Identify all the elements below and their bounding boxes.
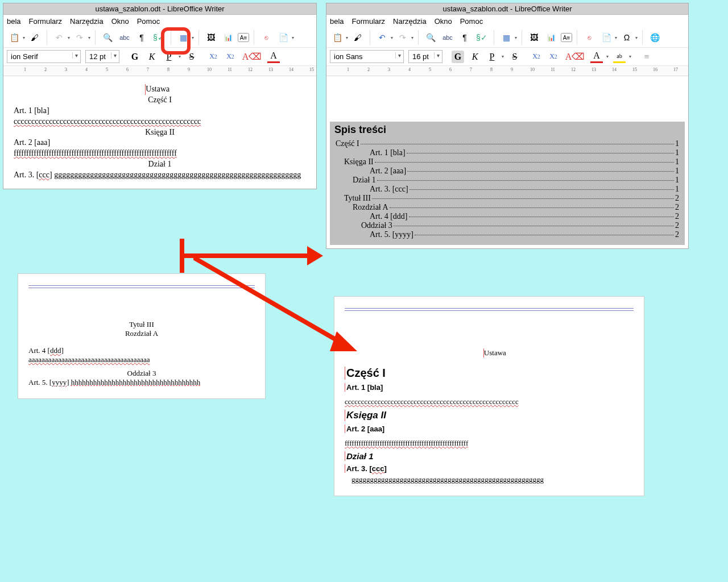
chart-icon[interactable]: 📊: [544, 30, 559, 45]
menu-pomoc[interactable]: Pomoc: [460, 17, 483, 26]
field-icon[interactable]: 📄: [276, 30, 291, 45]
ruler: 123456789101112131415161718: [326, 66, 688, 76]
toc-row[interactable]: Art. 2 [aaa]1: [336, 167, 679, 176]
clone-format-icon[interactable]: 🖌: [27, 30, 42, 45]
toc-row[interactable]: Art. 1 [bla]1: [336, 148, 679, 157]
toolbar-main: 📋▾ 🖌 ↶▾ ↷▾ 🔍 abc ¶ §✓ ▦▾ 🖼 📊 A≡ ⎋ 📄▾: [3, 28, 316, 48]
menu-tabela[interactable]: bela: [330, 17, 344, 26]
find-icon[interactable]: 🔍: [423, 30, 438, 45]
page-break-icon[interactable]: ⎋: [582, 30, 597, 45]
bold-button[interactable]: G: [129, 51, 141, 63]
art3-formatted: Art. 3. [ccc]: [345, 464, 634, 473]
formatting-marks-icon[interactable]: ¶: [134, 30, 149, 45]
field-icon[interactable]: 📄: [599, 30, 614, 45]
window-title: ustawa_szablon.odt - LibreOffice Writer: [326, 3, 688, 15]
h1-czesc: Część I: [345, 367, 634, 380]
special-char-icon[interactable]: Ω: [619, 30, 634, 45]
toolbar-main: 📋▾ 🖌 ↶▾ ↷▾ 🔍 abc ¶ §✓ ▦▾ 🖼 📊 A≡ ⎋ 📄▾ Ω▾ …: [326, 28, 688, 48]
body-a: aaaaaaaaaaaaaaaaaaaaaaaaaaaaaaaaaaaaa: [28, 355, 255, 364]
font-combo[interactable]: ion Serif: [7, 50, 81, 63]
body-f-formatted: ffffffffffffffffffffffffffffffffffffffff…: [345, 439, 634, 448]
clone-format-icon[interactable]: 🖌: [350, 30, 365, 45]
subscript-button[interactable]: X2: [224, 51, 237, 63]
heading-oddzial: Oddział 3: [28, 369, 255, 378]
toc-row[interactable]: Art. 5. [yyyy]2: [336, 230, 679, 239]
toc-row[interactable]: Księga II1: [336, 157, 679, 167]
menu-tabela[interactable]: bela: [7, 17, 21, 26]
heading-rozdzial: Rozdział A: [28, 329, 255, 338]
table-icon[interactable]: ▦: [499, 30, 514, 45]
arrow-right: [176, 236, 324, 276]
find-icon[interactable]: 🔍: [100, 30, 115, 45]
clear-format-button[interactable]: A⌫: [246, 51, 258, 63]
textbox-icon[interactable]: A≡: [238, 33, 249, 42]
size-combo[interactable]: 12 pt: [85, 50, 119, 63]
toc-row[interactable]: Art. 4 [ddd]2: [336, 212, 679, 221]
heading-tytul: Tytuł III: [28, 320, 255, 329]
window-title: ustawa_szablon.odt - LibreOffice Writer: [3, 3, 316, 15]
formatting-marks-icon[interactable]: ¶: [457, 30, 472, 45]
menu-formularz[interactable]: Formularz: [29, 17, 63, 26]
toc-row[interactable]: Art. 3. [ccc]1: [336, 185, 679, 194]
superscript-button[interactable]: X2: [207, 51, 220, 63]
toc-row[interactable]: Rozdział A2: [336, 203, 679, 212]
toolbar-format: ion Sans 16 pt G K P▾ S X2 X2 A⌫ A▾ ab▾ …: [326, 48, 688, 66]
menu-pomoc[interactable]: Pomoc: [137, 17, 160, 26]
menu-narzedzia[interactable]: Narzędzia: [70, 17, 104, 26]
textbox-icon[interactable]: A≡: [561, 33, 572, 42]
section-icon[interactable]: §✓: [151, 30, 166, 45]
strike-button[interactable]: S: [508, 51, 521, 63]
art5: Art. 5. [yyyy] hhhhhhhhhhhhhhhhhhhhhhhhh…: [28, 378, 255, 387]
toc-row[interactable]: Tytuł III2: [336, 194, 679, 203]
toc-row[interactable]: Część I1: [336, 139, 679, 148]
paste-icon[interactable]: 📋: [7, 30, 22, 45]
menu-narzedzia[interactable]: Narzędzia: [393, 17, 427, 26]
document-toc-area[interactable]: Spis treści Część I1Art. 1 [bla]1Księga …: [326, 76, 688, 248]
heading-ustawa: Ustawa: [483, 348, 506, 357]
toc-row[interactable]: Dział 11: [336, 176, 679, 185]
redo-icon[interactable]: ↷: [395, 30, 410, 45]
toc-row[interactable]: Oddział 32: [336, 221, 679, 230]
font-combo[interactable]: ion Sans: [330, 50, 404, 63]
menu-okno[interactable]: Okno: [111, 17, 129, 26]
align-button[interactable]: ≡: [640, 51, 653, 63]
underline-button[interactable]: P: [486, 51, 498, 63]
spellcheck-icon[interactable]: abc: [440, 30, 455, 45]
bold-button[interactable]: G: [452, 51, 464, 63]
page-break-icon[interactable]: ⎋: [259, 30, 274, 45]
menu-okno[interactable]: Okno: [435, 17, 452, 26]
underline-button[interactable]: P: [163, 51, 175, 63]
size-combo[interactable]: 16 pt: [408, 50, 442, 63]
heading-czesc: Część I: [14, 95, 306, 106]
heading-ustawa: Ustawa: [145, 84, 169, 95]
art2-formatted: Art. 2 [aaa]: [345, 425, 634, 433]
image-icon[interactable]: 🖼: [204, 30, 218, 45]
menubar: bela Formularz Narzędzia Okno Pomoc: [3, 15, 316, 28]
font-color-button[interactable]: A: [590, 51, 603, 63]
document-page-1[interactable]: Ustawa Część I Art. 1 [bla] cccccccccccc…: [3, 76, 316, 189]
section-icon[interactable]: §✓: [474, 30, 489, 45]
art4: Art. 4 [ddd]: [28, 346, 255, 355]
font-color-button[interactable]: A: [267, 51, 280, 63]
chart-icon[interactable]: 📊: [221, 30, 235, 45]
spellcheck-icon[interactable]: abc: [117, 30, 132, 45]
italic-button[interactable]: K: [469, 51, 481, 63]
clear-format-button[interactable]: A⌫: [569, 51, 581, 63]
hyperlink-icon[interactable]: 🌐: [647, 30, 662, 45]
menu-formularz[interactable]: Formularz: [352, 17, 386, 26]
highlight-button[interactable]: ab: [613, 51, 626, 63]
art3: Art. 3. [ccc] gggggggggggggggggggggggggg…: [14, 170, 306, 181]
svg-marker-2: [307, 246, 323, 265]
table-icon[interactable]: ▦: [176, 30, 191, 45]
redo-icon[interactable]: ↷: [72, 30, 87, 45]
undo-icon[interactable]: ↶: [52, 30, 67, 45]
subscript-button[interactable]: X2: [547, 51, 560, 63]
menubar: bela Formularz Narzędzia Okno Pomoc: [326, 15, 688, 28]
italic-button[interactable]: K: [146, 51, 158, 63]
paste-icon[interactable]: 📋: [330, 30, 345, 45]
image-icon[interactable]: 🖼: [527, 30, 541, 45]
superscript-button[interactable]: X2: [530, 51, 543, 63]
toolbar-format: ion Serif 12 pt G K P▾ S X2 X2 A⌫ A: [3, 48, 316, 66]
strike-button[interactable]: S: [185, 51, 198, 63]
undo-icon[interactable]: ↶: [375, 30, 390, 45]
